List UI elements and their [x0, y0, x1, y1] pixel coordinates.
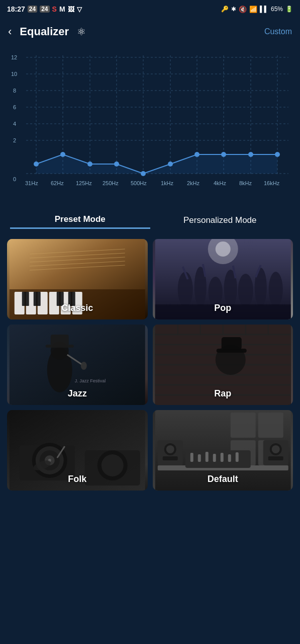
svg-text:500Hz: 500Hz: [131, 180, 147, 186]
key-icon: 🔑: [221, 6, 229, 13]
svg-point-31[interactable]: [194, 152, 199, 157]
svg-rect-125: [220, 453, 223, 462]
svg-point-34[interactable]: [275, 152, 280, 157]
svg-point-25[interactable]: [34, 162, 39, 167]
back-button[interactable]: ‹: [4, 23, 16, 40]
preset-card-classic[interactable]: Classic: [7, 239, 148, 319]
notification-icon-24b: 24: [40, 6, 49, 13]
sampler-icon: S: [52, 5, 57, 13]
battery-icon: 🔋: [285, 6, 293, 13]
preset-card-rap[interactable]: Rap: [153, 325, 293, 405]
svg-point-65: [208, 277, 222, 307]
svg-text:16kHz: 16kHz: [264, 180, 280, 186]
rap-label: Rap: [153, 388, 293, 399]
mail-icon: M: [59, 5, 65, 13]
svg-rect-101: [221, 337, 241, 350]
vpn-icon: ▽: [77, 6, 82, 13]
signal-icon: ▌▌: [260, 6, 268, 13]
svg-rect-81: [51, 335, 69, 346]
preset-card-folk[interactable]: Folk: [7, 410, 148, 491]
svg-text:250Hz: 250Hz: [103, 180, 119, 186]
svg-text:6: 6: [13, 104, 16, 110]
status-bar: 18:27 24 24 S M 🖼 ▽ 🔑 ✱ 🔇 📶 ▌▌ 65% 🔋: [0, 0, 300, 18]
svg-point-28[interactable]: [114, 162, 119, 167]
svg-point-67: [238, 274, 253, 307]
svg-text:125Hz: 125Hz: [76, 180, 92, 186]
svg-rect-123: [205, 452, 208, 462]
classic-label: Classic: [7, 303, 148, 313]
svg-rect-124: [213, 454, 216, 462]
svg-point-83: [81, 362, 87, 370]
svg-text:J. Jazz Festival: J. Jazz Festival: [75, 378, 106, 383]
header: ‹ Equalizer ⚛ Custom: [0, 18, 300, 45]
mode-tabs: Preset Mode Personalized Mode: [0, 206, 300, 233]
custom-button[interactable]: Custom: [264, 27, 292, 36]
svg-point-27[interactable]: [87, 162, 92, 167]
svg-rect-127: [235, 452, 238, 462]
svg-point-33[interactable]: [248, 152, 253, 157]
svg-text:31Hz: 31Hz: [25, 180, 38, 186]
image-icon: 🖼: [68, 6, 74, 13]
svg-point-71: [215, 242, 230, 257]
svg-rect-121: [190, 453, 193, 462]
jazz-label: Jazz: [7, 388, 148, 399]
eq-chart-wrapper: .grid-line { stroke: #2a4a6a; stroke-wid…: [7, 50, 293, 206]
preset-card-jazz[interactable]: J. Jazz Festival Jazz: [7, 325, 148, 405]
svg-point-69: [268, 272, 282, 307]
tab-preset[interactable]: Preset Mode: [10, 214, 150, 229]
svg-point-30[interactable]: [168, 162, 173, 167]
svg-text:0: 0: [13, 176, 16, 182]
svg-text:4kHz: 4kHz: [214, 180, 227, 186]
folk-label: Folk: [7, 474, 148, 485]
mute-icon: 🔇: [239, 6, 247, 13]
settings-icon[interactable]: ⚛: [77, 26, 86, 38]
svg-text:2kHz: 2kHz: [187, 180, 200, 186]
status-right: 🔑 ✱ 🔇 📶 ▌▌ 65% 🔋: [221, 6, 293, 13]
bluetooth-icon: ✱: [231, 6, 236, 13]
notification-icon-24a: 24: [28, 6, 37, 13]
svg-rect-122: [197, 454, 201, 462]
svg-text:62Hz: 62Hz: [51, 180, 64, 186]
page-title: Equalizer: [20, 25, 69, 38]
svg-text:1kHz: 1kHz: [161, 180, 174, 186]
preset-card-default[interactable]: Default: [153, 410, 293, 491]
default-label: Default: [153, 474, 293, 485]
svg-point-130: [166, 445, 174, 453]
svg-rect-115: [230, 413, 255, 438]
svg-text:10: 10: [11, 71, 17, 77]
svg-text:8: 8: [13, 88, 16, 94]
tab-personalized[interactable]: Personalized Mode: [150, 215, 290, 228]
status-left: 18:27 24 24 S M 🖼 ▽: [7, 5, 82, 13]
svg-text:12: 12: [11, 54, 17, 60]
time: 18:27: [7, 5, 25, 13]
header-left: ‹ Equalizer ⚛: [4, 23, 86, 40]
preset-card-pop[interactable]: Pop: [153, 239, 293, 319]
svg-point-26[interactable]: [60, 152, 65, 157]
pop-label: Pop: [153, 303, 293, 313]
svg-point-113: [102, 454, 124, 476]
svg-rect-126: [228, 454, 231, 462]
svg-text:2: 2: [13, 137, 16, 143]
svg-point-32[interactable]: [221, 152, 226, 157]
battery-percent: 65%: [271, 6, 283, 13]
svg-text:4: 4: [13, 121, 16, 127]
preset-grid: Classic: [0, 233, 300, 501]
svg-text:8kHz: 8kHz: [239, 180, 252, 186]
svg-point-134: [271, 445, 279, 453]
svg-point-29[interactable]: [141, 171, 146, 176]
svg-rect-135: [268, 456, 283, 460]
equalizer-section: .grid-line { stroke: #2a4a6a; stroke-wid…: [0, 45, 300, 206]
svg-rect-120: [185, 450, 250, 468]
eq-chart[interactable]: .grid-line { stroke: #2a4a6a; stroke-wid…: [7, 50, 293, 206]
svg-point-63: [177, 272, 192, 307]
wifi-icon: 📶: [249, 6, 257, 13]
svg-rect-116: [258, 413, 283, 438]
svg-rect-131: [162, 456, 177, 460]
